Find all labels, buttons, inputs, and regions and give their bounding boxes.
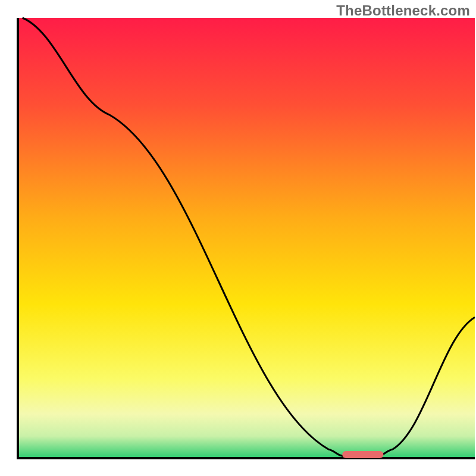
plot-background — [18, 18, 475, 458]
optimal-range-marker — [342, 451, 383, 458]
watermark-label: TheBottleneck.com — [336, 2, 470, 19]
chart-container: TheBottleneck.com — [0, 0, 476, 476]
bottleneck-chart — [0, 0, 476, 476]
